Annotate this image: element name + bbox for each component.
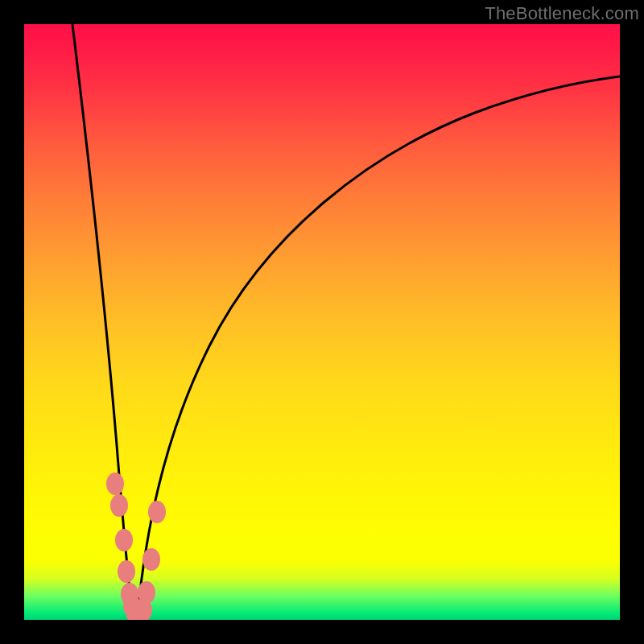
data-dot: [148, 501, 166, 523]
plot-area: [24, 24, 620, 620]
curve-layer: [24, 24, 620, 620]
data-dot: [118, 560, 135, 583]
watermark-text: TheBottleneck.com: [485, 3, 639, 24]
right-curve: [137, 76, 620, 620]
chart-frame: TheBottleneck.com: [0, 0, 644, 644]
data-dot: [115, 529, 133, 551]
data-dot: [110, 494, 128, 517]
data-dot: [142, 548, 160, 571]
data-dot: [106, 473, 124, 495]
data-dot: [138, 581, 155, 604]
